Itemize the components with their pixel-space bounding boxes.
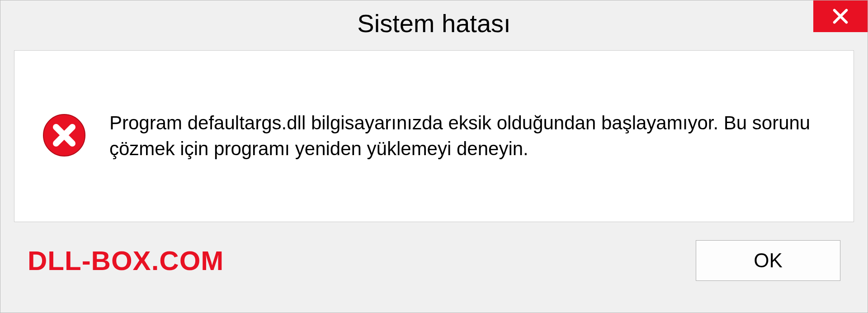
close-icon — [831, 7, 849, 25]
error-dialog: Sistem hatası Program defaultargs.dll bi… — [0, 0, 868, 313]
error-icon — [42, 113, 87, 160]
close-button[interactable] — [813, 0, 868, 32]
dialog-footer: DLL-BOX.COM OK — [0, 231, 868, 281]
dialog-title: Sistem hatası — [357, 9, 510, 38]
error-message: Program defaultargs.dll bilgisayarınızda… — [109, 110, 826, 161]
brand-text: DLL-BOX.COM — [28, 245, 224, 276]
titlebar: Sistem hatası — [0, 0, 868, 46]
content-panel: Program defaultargs.dll bilgisayarınızda… — [14, 50, 854, 222]
ok-button[interactable]: OK — [696, 240, 840, 281]
